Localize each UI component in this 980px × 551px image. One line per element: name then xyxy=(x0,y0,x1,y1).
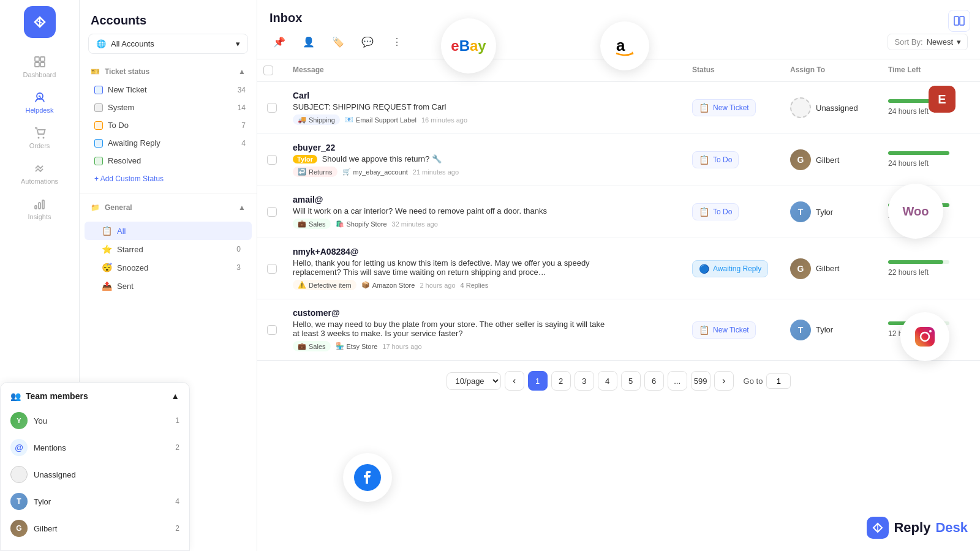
svg-rect-1 xyxy=(40,57,45,61)
prev-page-btn[interactable]: ‹ xyxy=(505,371,524,391)
page-btn-5[interactable]: 5 xyxy=(621,371,641,391)
sort-chevron-icon: ▾ xyxy=(957,37,961,47)
sidebar-item-helpdesk[interactable]: Helpdesk xyxy=(0,84,79,120)
progress-bar-wrap xyxy=(888,321,949,325)
status-todo[interactable]: To Do 7 xyxy=(80,116,257,134)
header-status: Status xyxy=(686,66,784,75)
svg-rect-7 xyxy=(35,206,37,209)
goto-input[interactable] xyxy=(766,373,791,389)
status-badge[interactable]: 📋 To Do xyxy=(692,203,739,220)
avatar-gilbert: G xyxy=(790,258,811,279)
tag-defective: ⚠️ Defective item xyxy=(293,280,356,290)
general-item-sent[interactable]: 📤 Sent xyxy=(85,277,252,295)
status-badge[interactable]: 📋 New Ticket xyxy=(692,99,756,116)
general-section-header[interactable]: 📁 General ▲ xyxy=(80,198,257,217)
row-checkbox[interactable] xyxy=(267,325,277,335)
page-btn-2[interactable]: 2 xyxy=(551,371,571,391)
team-members-header: 👥 Team members ▲ xyxy=(1,391,189,407)
progress-bar xyxy=(888,203,949,207)
row-checkbox[interactable] xyxy=(267,264,277,274)
svg-rect-3 xyxy=(40,62,45,67)
header-message: Message xyxy=(287,66,686,75)
sidebar-item-automations[interactable]: Automations xyxy=(0,156,79,191)
team-members-panel: 👥 Team members ▲ Y You 1 @ Mentions 2 Un… xyxy=(0,382,190,551)
divider xyxy=(80,193,257,193)
team-member-mentions[interactable]: @ Mentions 2 xyxy=(1,434,189,461)
table-row[interactable]: customer@ Hello, we may need to buy the … xyxy=(257,299,980,361)
tag-sales2: 💼 Sales xyxy=(293,341,331,351)
row-checkbox[interactable] xyxy=(267,155,277,165)
ticket-status-section[interactable]: 🎫 Ticket status ▲ xyxy=(80,62,257,81)
general-item-all[interactable]: 📋 All xyxy=(85,222,252,240)
sidebar-item-insights[interactable]: Insights xyxy=(0,191,79,227)
pin-icon[interactable]: 📌 xyxy=(270,32,289,52)
sidebar-item-dashboard[interactable]: Dashboard xyxy=(0,49,79,84)
app-logo[interactable] xyxy=(24,6,56,38)
more-icon[interactable]: ⋮ xyxy=(387,32,407,52)
svg-rect-0 xyxy=(35,57,39,61)
per-page-select[interactable]: 10/page 25/page 50/page xyxy=(447,372,501,390)
tag-icon[interactable]: 🏷️ xyxy=(328,32,348,52)
add-custom-status[interactable]: + Add Custom Status xyxy=(80,170,257,188)
status-new-ticket[interactable]: New Ticket 34 xyxy=(80,81,257,99)
general-item-snoozed[interactable]: 😴 Snoozed 3 xyxy=(85,258,252,277)
pagination-bar: 10/page 25/page 50/page ‹ 1 2 3 4 5 6 ..… xyxy=(257,361,980,400)
ticket-list: Carl SUBJECT: SHIPPING REQUEST from Carl… xyxy=(257,82,980,361)
status-badge[interactable]: 📋 To Do xyxy=(692,151,739,168)
collapse-general-icon: ▲ xyxy=(238,203,246,212)
table-row[interactable]: Carl SUBJECT: SHIPPING REQUEST from Carl… xyxy=(257,82,980,134)
general-items-list: 📋 All ⭐ Starred 0 😴 Snoozed 3 📤 Sent xyxy=(80,222,257,295)
unassigned-dot xyxy=(10,466,28,483)
all-accounts-dropdown[interactable]: 🌐 All Accounts ▾ xyxy=(88,34,248,54)
page-btn-3[interactable]: 3 xyxy=(575,371,594,391)
sidebar-item-orders[interactable]: Orders xyxy=(0,120,79,156)
page-btn-1[interactable]: 1 xyxy=(528,371,548,391)
inbox-title: Inbox xyxy=(257,0,980,25)
resolved-icon xyxy=(94,157,103,165)
goto-wrap: Go to xyxy=(744,373,791,389)
team-member-gilbert[interactable]: G Gilbert 2 xyxy=(1,515,189,542)
layout-toggle-btn[interactable] xyxy=(948,10,970,32)
svg-point-6 xyxy=(42,137,44,139)
team-member-unassigned[interactable]: Unassigned xyxy=(1,461,189,488)
next-page-btn[interactable]: › xyxy=(714,371,734,391)
team-member-you[interactable]: Y You 1 xyxy=(1,407,189,434)
sort-button[interactable]: Sort By: Newest ▾ xyxy=(888,34,968,50)
select-all-checkbox[interactable] xyxy=(263,66,273,75)
replydesk-icon xyxy=(867,517,889,539)
tag-sales: 💼 Sales xyxy=(293,219,331,229)
status-awaiting[interactable]: Awaiting Reply 4 xyxy=(80,134,257,152)
svg-rect-11 xyxy=(960,17,964,25)
chat-icon[interactable]: 💬 xyxy=(358,32,377,52)
status-badge[interactable]: 📋 New Ticket xyxy=(692,321,756,339)
row-checkbox[interactable] xyxy=(267,103,277,113)
general-item-starred[interactable]: ⭐ Starred 0 xyxy=(85,240,252,258)
mentions-icon: @ xyxy=(10,439,28,456)
team-collapse-icon[interactable]: ▲ xyxy=(171,391,179,401)
row-checkbox[interactable] xyxy=(267,207,277,217)
team-member-tylor[interactable]: T Tylor 4 xyxy=(1,488,189,515)
avatar-gilbert: G xyxy=(790,149,811,170)
table-row[interactable]: ebuyer_22 Tylor Should we appove this re… xyxy=(257,134,980,186)
table-row[interactable]: nmyk+A08284@ Hello, thank you for lettin… xyxy=(257,238,980,299)
avatar-gilbert: G xyxy=(10,520,28,537)
status-badge[interactable]: 🔵 Awaiting Reply xyxy=(692,260,768,277)
team-icon: 👥 xyxy=(10,391,21,401)
table-header: Message Status Assign To Time Left xyxy=(257,59,980,82)
unassigned-circle xyxy=(790,97,811,118)
progress-bar xyxy=(888,321,919,325)
user-icon[interactable]: 👤 xyxy=(299,32,318,52)
status-system[interactable]: System 14 xyxy=(80,99,257,116)
page-btn-6[interactable]: 6 xyxy=(644,371,664,391)
sent-icon: 📤 xyxy=(102,281,112,291)
status-resolved[interactable]: Resolved xyxy=(80,152,257,170)
folder-icon: 📁 xyxy=(91,203,100,212)
progress-bar xyxy=(888,260,943,264)
page-btn-599[interactable]: 599 xyxy=(691,371,710,391)
ticket-status-list: New Ticket 34 System 14 To Do 7 Awaiting… xyxy=(80,81,257,170)
todo-icon xyxy=(94,121,103,130)
page-btn-4[interactable]: 4 xyxy=(598,371,617,391)
progress-bar-wrap xyxy=(888,203,949,207)
table-row[interactable]: amail@ Will it work on a car interior? W… xyxy=(257,186,980,238)
progress-bar-wrap xyxy=(888,260,949,264)
